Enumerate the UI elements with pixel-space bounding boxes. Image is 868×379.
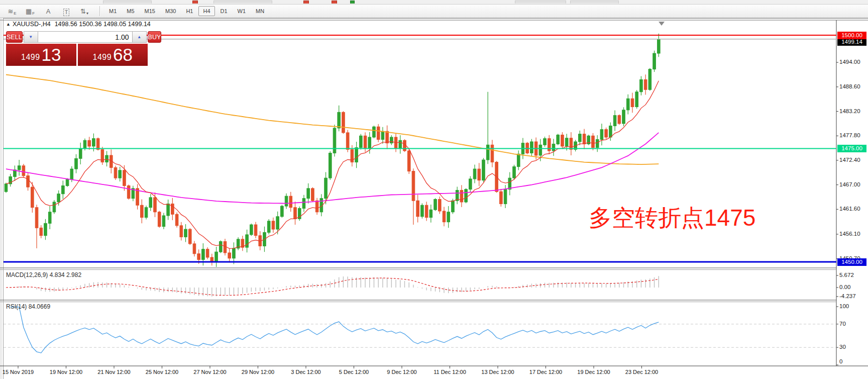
candle-body	[338, 112, 341, 128]
price-level-tag-1475.00: 1475.00	[837, 145, 866, 152]
price-tick-label: 1461.60	[839, 206, 860, 212]
ma-fast-red	[6, 81, 659, 249]
chart-symbol-period: XAUUSD-,H4	[13, 21, 51, 28]
candle-body	[644, 79, 647, 89]
time-label: 9 Dec 12:00	[378, 369, 426, 375]
candle-body	[500, 192, 503, 204]
candle-body	[75, 158, 78, 169]
candle-body	[31, 187, 34, 208]
candle-body	[302, 199, 305, 209]
candle-body	[62, 185, 65, 194]
candle-body	[184, 229, 187, 237]
rsi-axis-label: 100	[839, 303, 849, 309]
chart-text-annotation[interactable]: 多空转折点1475	[589, 203, 755, 234]
candle-body	[175, 214, 178, 226]
candle-body	[399, 140, 402, 148]
volume-decrease-button[interactable]: ▼	[24, 31, 38, 43]
candle-body	[202, 249, 205, 260]
candle-body	[583, 134, 586, 144]
time-label: 23 Dec 12:00	[618, 369, 666, 375]
rsi-axis-label: 0	[839, 358, 842, 364]
candle-body	[22, 166, 25, 176]
volume-input[interactable]	[38, 31, 132, 43]
candle-body	[657, 39, 660, 53]
one-click-trading-panel: SELL ▼ ▲ BUY 1499 13 1499 68	[6, 31, 148, 66]
volume-increase-button[interactable]: ▲	[132, 31, 147, 43]
candle-body	[27, 176, 30, 187]
candle-body	[329, 153, 332, 178]
candle-body	[605, 130, 608, 137]
candle-body	[539, 145, 542, 155]
candle-body	[390, 137, 393, 143]
candle-body	[281, 206, 284, 217]
symbol-collapse-icon[interactable]: ▲	[6, 22, 11, 27]
candle-body	[482, 160, 485, 180]
rsi-axis-label: 70	[839, 321, 846, 327]
candle-body	[465, 190, 468, 202]
price-tick-label: 1477.80	[839, 132, 860, 138]
candle-body	[180, 226, 183, 237]
candle-body	[272, 221, 275, 229]
candle-body	[342, 112, 345, 133]
candle-body	[233, 248, 236, 258]
candle-body	[513, 167, 516, 178]
candle-body	[53, 202, 56, 212]
candle-body	[447, 212, 450, 222]
mt4-terminal: { "top_strip": { "fragments": [ {"x": 20…	[0, 0, 868, 379]
candle-body	[421, 205, 424, 217]
candle-body	[145, 208, 148, 218]
candle-body	[197, 254, 200, 260]
price-tick-label: 1472.40	[839, 157, 860, 163]
candle-body	[386, 131, 389, 143]
candle-body	[289, 196, 292, 208]
candle-body	[416, 201, 419, 217]
candle-body	[565, 138, 568, 146]
rsi-value: 84.0669	[29, 303, 50, 310]
sell-button[interactable]: SELL	[6, 31, 23, 43]
time-label: 19 Dec 12:00	[570, 369, 618, 375]
buy-price-display[interactable]: 1499 68	[78, 44, 148, 66]
macd-axis-label: -4.237	[839, 293, 856, 299]
candle-body	[105, 155, 108, 162]
macd-name: MACD(12,26,9)	[6, 271, 48, 278]
candle-body	[276, 217, 279, 229]
candle-body	[119, 170, 122, 178]
candle-body	[158, 212, 161, 227]
candle-body	[315, 201, 318, 212]
candle-body	[653, 53, 656, 69]
candle-body	[429, 210, 432, 217]
candle-body	[368, 137, 371, 149]
chart-ohlc-values: 1498.56 1500.36 1498.05 1499.14	[55, 21, 151, 28]
candle-body	[324, 178, 328, 199]
candle-body	[530, 142, 533, 153]
price-tick-label: 1483.20	[839, 108, 860, 114]
candle-body	[346, 133, 349, 149]
candle-body	[88, 140, 91, 146]
sell-price-display[interactable]: 1499 13	[6, 44, 76, 66]
price-tick-label: 1456.10	[839, 231, 860, 237]
candle-body	[452, 201, 455, 212]
candle-body	[333, 128, 336, 153]
candle-body	[127, 185, 130, 198]
macd-values: 4.834 2.982	[50, 271, 81, 278]
time-label: 17 Dec 12:00	[522, 369, 570, 375]
candle-body	[123, 170, 126, 186]
rsi-name: RSI(14)	[6, 303, 27, 310]
candle-body	[35, 208, 38, 228]
candle-body	[193, 244, 196, 254]
sell-price-major: 1499	[21, 53, 40, 62]
candle-body	[640, 79, 643, 91]
candle-body	[613, 116, 616, 126]
buy-button[interactable]: BUY	[148, 31, 162, 43]
candle-body	[40, 228, 43, 235]
candle-body	[96, 139, 99, 150]
time-label: 25 Nov 12:00	[138, 369, 186, 375]
chart-shift-marker	[659, 22, 665, 26]
candle-body	[600, 130, 603, 140]
time-label: 29 Nov 12:00	[234, 369, 282, 375]
candle-body	[438, 200, 441, 211]
macd-indicator-label: MACD(12,26,9) 4.834 2.982	[6, 271, 81, 278]
price-level-tag-1500.00: 1500.00	[837, 32, 866, 39]
candle-body	[618, 116, 621, 124]
candle-body	[79, 149, 82, 159]
